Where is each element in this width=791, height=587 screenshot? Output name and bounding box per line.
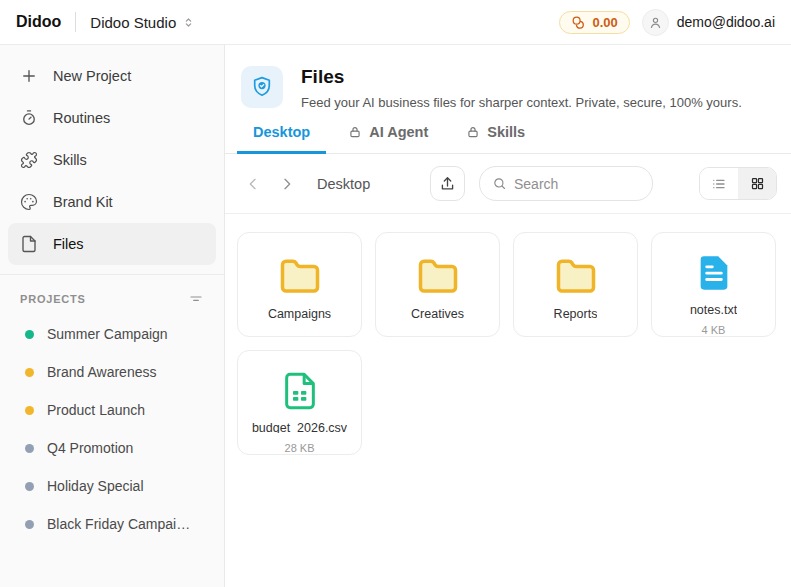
sidebar-item-files[interactable]: Files xyxy=(8,223,216,265)
main-panel: Files Feed your AI business files for sh… xyxy=(225,45,791,587)
topbar-divider xyxy=(75,12,76,32)
credits-badge[interactable]: 0.00 xyxy=(559,11,629,34)
coins-icon xyxy=(571,15,586,30)
sidebar-item-label: Brand Kit xyxy=(53,194,113,210)
account-menu[interactable]: demo@didoo.ai xyxy=(642,9,775,36)
projects-title: PROJECTS xyxy=(20,293,86,305)
sidebar-item-label: New Project xyxy=(53,68,131,84)
file-name: notes.txt xyxy=(690,303,737,315)
project-dot xyxy=(25,482,34,491)
spreadsheet-file-icon xyxy=(280,370,320,412)
project-dot xyxy=(25,444,34,453)
timer-icon xyxy=(20,109,38,127)
chevron-up-down-icon xyxy=(182,16,195,29)
app-logo: Didoo xyxy=(16,13,61,31)
lock-icon xyxy=(466,125,480,139)
file-toolbar: Desktop xyxy=(225,154,791,214)
list-view-icon[interactable] xyxy=(700,168,738,199)
sidebar-item-label: Files xyxy=(53,236,84,252)
sidebar-item-routines[interactable]: Routines xyxy=(8,97,216,139)
project-item-product-launch[interactable]: Product Launch xyxy=(8,391,216,429)
file-card-budget-csv[interactable]: budget_2026.csv 28 KB xyxy=(237,350,362,455)
folder-icon xyxy=(415,256,461,298)
sidebar-item-label: Routines xyxy=(53,110,110,126)
tab-desktop[interactable]: Desktop xyxy=(237,124,326,154)
page-title: Files xyxy=(301,66,742,88)
topbar-right: 0.00 demo@didoo.ai xyxy=(559,9,775,36)
files-page-header-text: Files Feed your AI business files for sh… xyxy=(301,66,742,110)
topbar: Didoo Didoo Studio 0.00 demo@didoo.ai xyxy=(0,0,791,45)
project-item-holiday-special[interactable]: Holiday Special xyxy=(8,467,216,505)
search-box xyxy=(479,166,653,201)
project-item-brand-awareness[interactable]: Brand Awareness xyxy=(8,353,216,391)
project-label: Black Friday Campai… xyxy=(47,516,190,532)
shield-check-icon xyxy=(241,66,283,108)
palette-icon xyxy=(20,193,38,211)
file-card-creatives[interactable]: Creatives xyxy=(375,232,500,337)
search-icon xyxy=(492,176,507,191)
lock-icon xyxy=(348,125,362,139)
back-button[interactable] xyxy=(239,170,267,198)
sidebar-item-brand-kit[interactable]: Brand Kit xyxy=(8,181,216,223)
puzzle-icon xyxy=(20,151,38,169)
sidebar-item-label: Skills xyxy=(53,152,87,168)
folder-icon xyxy=(277,256,323,298)
file-card-campaigns[interactable]: Campaigns xyxy=(237,232,362,337)
sidebar: New Project Routines Skills Brand Kit Fi xyxy=(0,45,225,587)
grid-view-icon[interactable] xyxy=(738,168,776,199)
tab-label: Skills xyxy=(487,124,525,140)
project-dot xyxy=(25,520,34,529)
files-grid: Campaigns Creatives Reports notes.txt xyxy=(225,214,791,473)
project-item-summer-campaign[interactable]: Summer Campaign xyxy=(8,315,216,353)
workspace-switcher[interactable]: Didoo Studio xyxy=(90,14,195,31)
forward-button[interactable] xyxy=(273,170,301,198)
text-file-icon xyxy=(694,252,734,294)
tab-skills[interactable]: Skills xyxy=(450,124,541,154)
project-label: Q4 Promotion xyxy=(47,440,133,456)
file-name: Creatives xyxy=(411,307,464,321)
project-item-q4-promotion[interactable]: Q4 Promotion xyxy=(8,429,216,467)
user-email: demo@didoo.ai xyxy=(677,14,775,30)
project-label: Holiday Special xyxy=(47,478,144,494)
file-card-notes-txt[interactable]: notes.txt 4 KB xyxy=(651,232,776,337)
file-card-reports[interactable]: Reports xyxy=(513,232,638,337)
project-label: Summer Campaign xyxy=(47,326,168,342)
file-name: Campaigns xyxy=(268,307,331,321)
file-icon xyxy=(20,235,38,253)
filter-icon[interactable] xyxy=(188,291,204,307)
project-item-black-friday[interactable]: Black Friday Campai… xyxy=(8,505,216,543)
user-avatar-icon xyxy=(642,9,669,36)
project-label: Brand Awareness xyxy=(47,364,156,380)
plus-icon xyxy=(20,67,38,85)
sidebar-item-skills[interactable]: Skills xyxy=(8,139,216,181)
credits-amount: 0.00 xyxy=(592,15,617,30)
tab-label: Desktop xyxy=(253,124,310,140)
file-name: budget_2026.csv xyxy=(252,421,347,433)
search-input[interactable] xyxy=(514,176,640,192)
folder-icon xyxy=(553,256,599,298)
app-body: New Project Routines Skills Brand Kit Fi xyxy=(0,45,791,587)
project-dot xyxy=(25,368,34,377)
project-dot xyxy=(25,330,34,339)
page-subtitle: Feed your AI business files for sharper … xyxy=(301,95,742,110)
workspace-name: Didoo Studio xyxy=(90,14,176,31)
tab-ai-agent[interactable]: AI Agent xyxy=(332,124,444,154)
file-size: 28 KB xyxy=(285,442,315,454)
upload-button[interactable] xyxy=(430,166,465,201)
sidebar-item-new-project[interactable]: New Project xyxy=(8,55,216,97)
project-label: Product Launch xyxy=(47,402,145,418)
tab-label: AI Agent xyxy=(369,124,428,140)
files-page-header: Files Feed your AI business files for sh… xyxy=(225,45,791,110)
breadcrumb: Desktop xyxy=(317,176,370,192)
file-name: Reports xyxy=(554,307,598,321)
tab-bar: Desktop AI Agent Skills xyxy=(225,110,791,154)
projects-header: PROJECTS xyxy=(8,275,216,315)
project-dot xyxy=(25,406,34,415)
file-size: 4 KB xyxy=(702,324,726,336)
view-toggle xyxy=(699,167,777,200)
